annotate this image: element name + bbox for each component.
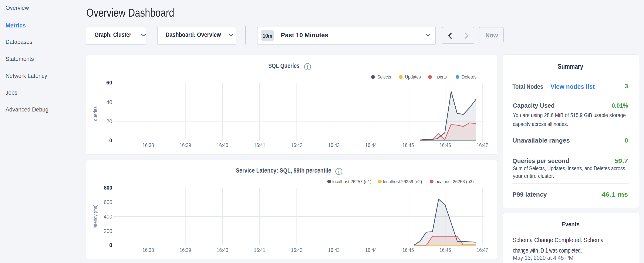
svg-text:16:47: 16:47	[477, 247, 488, 253]
svg-text:16:41: 16:41	[254, 142, 265, 148]
svg-text:Events: Events	[562, 221, 580, 228]
svg-text:600: 600	[104, 199, 112, 205]
svg-text:46.1 ms: 46.1 ms	[602, 191, 628, 198]
svg-text:16:46: 16:46	[440, 142, 451, 148]
svg-text:your entire cluster.: your entire cluster.	[513, 173, 554, 179]
svg-text:60: 60	[106, 79, 112, 86]
svg-text:16:43: 16:43	[328, 142, 340, 148]
svg-text:latency (ms): latency (ms)	[92, 204, 98, 228]
svg-text:400: 400	[104, 213, 112, 220]
svg-text:16:42: 16:42	[291, 247, 302, 253]
svg-text:Sum of Selects, Updates, Inser: Sum of Selects, Updates, Inserts, and De…	[513, 165, 625, 171]
svg-text:16:43: 16:43	[328, 247, 340, 253]
svg-text:localhost:26257 (n1): localhost:26257 (n1)	[332, 179, 372, 184]
svg-text:16:45: 16:45	[402, 142, 414, 148]
svg-text:0: 0	[109, 137, 112, 144]
svg-text:Queries per second: Queries per second	[512, 157, 569, 164]
svg-text:0.01%: 0.01%	[612, 102, 628, 109]
svg-text:16:39: 16:39	[180, 247, 191, 253]
svg-text:16:41: 16:41	[254, 247, 265, 253]
svg-text:16:45: 16:45	[402, 247, 414, 253]
svg-text:16:39: 16:39	[180, 142, 191, 148]
svg-text:May 13, 2020 at 4:45 PM: May 13, 2020 at 4:45 PM	[513, 255, 574, 261]
svg-text:40: 40	[106, 99, 112, 105]
svg-text:Unavailable ranges: Unavailable ranges	[512, 137, 570, 144]
svg-text:localhost:26259 (n2): localhost:26259 (n2)	[383, 179, 422, 184]
svg-text:16:44: 16:44	[365, 247, 377, 253]
svg-text:P99 latency: P99 latency	[512, 191, 547, 198]
svg-text:0: 0	[624, 137, 628, 144]
svg-text:Updates: Updates	[405, 74, 421, 80]
svg-text:Total Nodes: Total Nodes	[512, 83, 543, 90]
svg-text:16:38: 16:38	[142, 247, 154, 253]
svg-text:Capacity Used: Capacity Used	[513, 102, 555, 109]
svg-text:0: 0	[109, 242, 112, 248]
svg-text:queries: queries	[92, 106, 98, 121]
svg-text:Schema Change Completed: Schem: Schema Change Completed: Schema	[513, 236, 604, 243]
svg-text:Summary: Summary	[558, 63, 584, 70]
svg-text:Deletes: Deletes	[462, 74, 476, 80]
svg-text:16:46: 16:46	[440, 247, 451, 253]
svg-text:Selects: Selects	[378, 74, 391, 80]
svg-text:16:47: 16:47	[477, 142, 488, 148]
svg-text:20: 20	[106, 118, 112, 124]
svg-text:16:40: 16:40	[217, 247, 228, 253]
svg-text:200: 200	[104, 228, 112, 234]
svg-text:800: 800	[104, 184, 112, 191]
svg-text:capacity across all nodes.: capacity across all nodes.	[513, 121, 568, 127]
svg-text:Inserts: Inserts	[434, 74, 447, 80]
svg-text:16:38: 16:38	[142, 142, 154, 148]
svg-text:59.7: 59.7	[614, 157, 628, 164]
svg-text:localhost:26258 (n3): localhost:26258 (n3)	[434, 179, 474, 184]
svg-text:16:40: 16:40	[217, 142, 228, 148]
svg-text:16:42: 16:42	[291, 142, 302, 148]
svg-text:3: 3	[624, 83, 628, 90]
svg-text:change with ID 1 was completed: change with ID 1 was completed.	[513, 247, 582, 254]
svg-text:View nodes list: View nodes list	[550, 83, 595, 90]
svg-text:You are using 28.6 MiB of 515.: You are using 28.6 MiB of 515.9 GiB usab…	[513, 112, 626, 118]
svg-text:16:44: 16:44	[365, 142, 377, 148]
